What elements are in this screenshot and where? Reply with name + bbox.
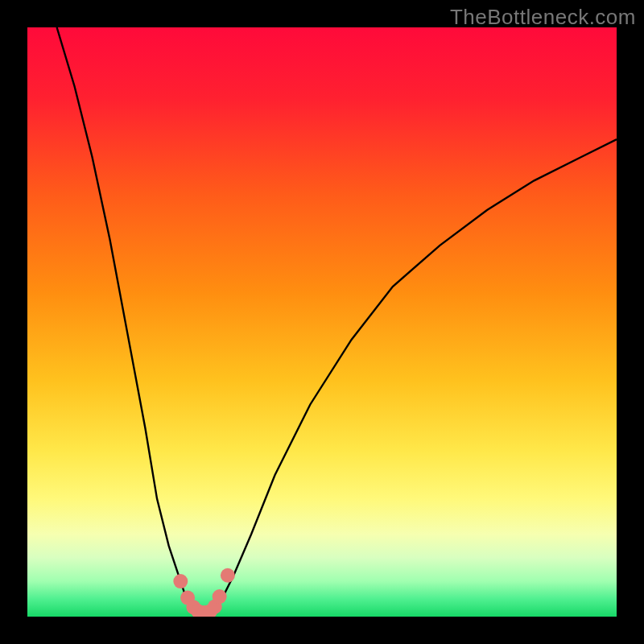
marker-dot <box>221 568 235 583</box>
marker-dot <box>213 589 227 604</box>
plot-area <box>27 27 617 617</box>
watermark-text: TheBottleneck.com <box>450 5 636 30</box>
curve-right <box>210 139 617 612</box>
plot-lines <box>27 27 617 617</box>
marker-dot <box>173 574 188 588</box>
curve-left <box>57 27 199 612</box>
